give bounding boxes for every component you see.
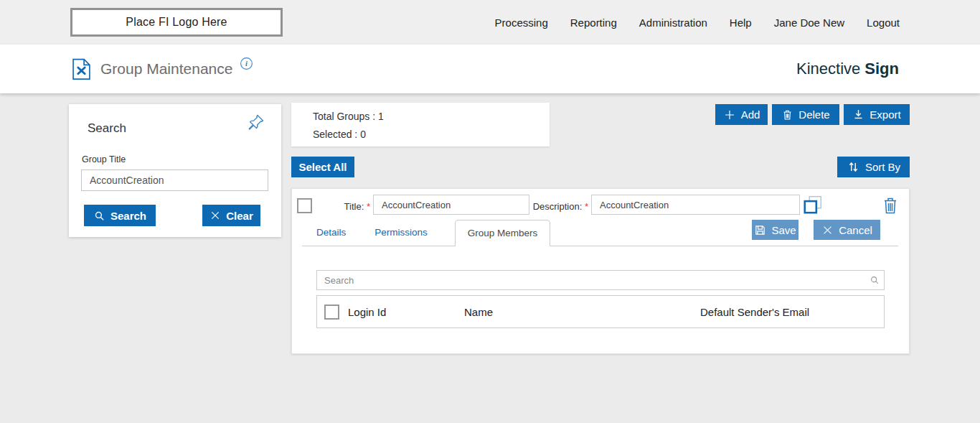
brand-logo: Kinective Sign	[796, 45, 899, 93]
sort-arrows-icon	[847, 160, 860, 174]
group-editor-panel: Title: * Description: *	[291, 188, 910, 354]
title-input[interactable]	[373, 195, 529, 215]
required-marker: *	[585, 201, 588, 212]
tab-details[interactable]: Details	[302, 220, 360, 246]
export-button[interactable]: Export	[844, 104, 910, 125]
nav-item-reporting[interactable]: Reporting	[570, 17, 617, 29]
info-icon[interactable]: i	[240, 57, 253, 70]
groups-summary: Total Groups : 1 Selected : 0	[291, 103, 550, 147]
save-button[interactable]: Save	[752, 220, 798, 240]
top-bar: Place FI Logo Here Processing Reporting …	[0, 0, 980, 45]
members-select-all-checkbox[interactable]	[324, 305, 339, 320]
cancel-button[interactable]: Cancel	[814, 220, 880, 240]
search-icon	[870, 275, 880, 285]
cancel-x-icon	[821, 224, 834, 236]
sort-by-label: Sort By	[865, 161, 900, 173]
save-icon	[754, 224, 766, 236]
total-groups-text: Total Groups : 1	[313, 111, 550, 122]
add-button-label: Add	[741, 108, 760, 121]
column-login-id: Login Id	[348, 306, 386, 318]
content-area: Search Group Title Search Clear	[0, 93, 980, 423]
column-name: Name	[464, 306, 493, 318]
tab-group-members[interactable]: Group Members	[455, 220, 551, 246]
members-search	[316, 270, 885, 290]
description-field-label: Description: *	[529, 201, 588, 212]
required-marker: *	[367, 201, 370, 212]
delete-button[interactable]: Delete	[772, 104, 839, 125]
members-search-input[interactable]	[316, 270, 885, 290]
description-input[interactable]	[591, 195, 800, 215]
copy-group-button[interactable]	[802, 195, 824, 216]
cancel-button-label: Cancel	[839, 224, 872, 236]
download-icon	[852, 108, 864, 121]
title-bar: Group Maintenance i Kinective Sign	[0, 45, 980, 93]
nav-item-user[interactable]: Jane Doe New	[774, 17, 844, 29]
group-title-input[interactable]	[81, 169, 268, 191]
nav-item-help[interactable]: Help	[730, 17, 752, 29]
members-table-header: Login Id Name Default Sender's Email	[316, 295, 885, 328]
search-button-label: Search	[110, 210, 146, 222]
search-panel-title: Search	[88, 121, 126, 136]
save-button-label: Save	[771, 224, 796, 236]
pin-icon[interactable]	[247, 113, 265, 131]
clear-button[interactable]: Clear	[202, 205, 260, 226]
export-button-label: Export	[870, 108, 900, 121]
nav-item-logout[interactable]: Logout	[867, 17, 900, 29]
top-nav: Processing Reporting Administration Help…	[495, 0, 900, 45]
copy-icon	[802, 195, 824, 216]
brand-suffix: Sign	[864, 60, 899, 78]
clear-x-icon	[209, 210, 221, 221]
page-heading: Group Maintenance i	[72, 45, 253, 93]
group-maintenance-icon	[72, 58, 91, 80]
search-panel: Search Group Title Search Clear	[69, 104, 281, 237]
sort-by-button[interactable]: Sort By	[837, 157, 910, 177]
title-field-label: Title: *	[331, 201, 370, 212]
svg-text:i: i	[246, 60, 248, 68]
delete-group-row-button[interactable]	[882, 196, 899, 215]
page-title: Group Maintenance	[100, 60, 232, 78]
group-row-checkbox[interactable]	[297, 198, 312, 213]
tab-permissions[interactable]: Permissions	[360, 220, 442, 246]
delete-button-label: Delete	[798, 108, 829, 121]
group-title-label: Group Title	[82, 154, 126, 164]
add-button[interactable]: Add	[715, 104, 768, 125]
trash-icon	[781, 108, 793, 121]
group-actions: Add Delete Export	[715, 104, 910, 125]
column-default-senders-email: Default Sender's Email	[700, 306, 809, 318]
search-icon	[93, 210, 105, 222]
plus-icon	[723, 108, 736, 121]
select-all-button[interactable]: Select All	[291, 157, 354, 177]
clear-button-label: Clear	[226, 210, 253, 222]
nav-item-administration[interactable]: Administration	[639, 17, 707, 29]
fi-logo-text: Place FI Logo Here	[126, 16, 227, 29]
brand-name: Kinective	[796, 60, 860, 78]
fi-logo-placeholder: Place FI Logo Here	[70, 8, 283, 37]
select-all-label: Select All	[299, 161, 347, 173]
search-button[interactable]: Search	[84, 205, 156, 226]
nav-item-processing[interactable]: Processing	[495, 17, 548, 29]
selected-count-text: Selected : 0	[313, 129, 550, 140]
trash-icon	[882, 196, 899, 215]
editor-actions: Save Cancel	[752, 220, 880, 240]
